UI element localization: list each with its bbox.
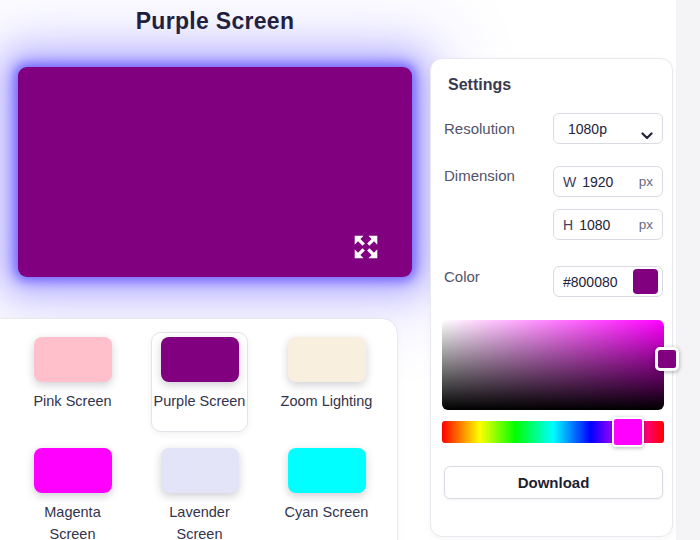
color-preview-screen[interactable] bbox=[18, 67, 412, 277]
resolution-select[interactable]: 1080p bbox=[554, 114, 662, 143]
download-button[interactable]: Download bbox=[444, 466, 663, 499]
height-unit: px bbox=[639, 217, 653, 232]
screen-option-label: Zoom Lighting bbox=[281, 391, 373, 413]
color-swatch[interactable] bbox=[633, 269, 658, 294]
dimension-label: Dimension bbox=[444, 167, 515, 184]
color-field-box bbox=[553, 266, 663, 297]
screen-option-zoom-lighting[interactable]: Zoom Lighting bbox=[278, 332, 375, 432]
screen-option-label: Cyan Screen bbox=[281, 502, 373, 524]
height-field-box: H px bbox=[553, 209, 663, 240]
resolution-label: Resolution bbox=[444, 120, 515, 137]
screen-option-label: Purple Screen bbox=[154, 391, 246, 413]
screen-color-swatch bbox=[34, 448, 112, 493]
screen-option-lavender-screen[interactable]: Lavender Screen bbox=[151, 443, 248, 540]
screen-option-label: Lavender Screen bbox=[154, 502, 246, 540]
screen-color-swatch bbox=[288, 337, 366, 382]
saturation-handle[interactable] bbox=[655, 347, 679, 371]
resolution-select-wrap: 1080p bbox=[553, 113, 663, 144]
screen-options-card: Pink ScreenPurple ScreenZoom LightingMag… bbox=[0, 318, 398, 540]
screens-grid: Pink ScreenPurple ScreenZoom LightingMag… bbox=[0, 319, 397, 540]
screen-option-cyan-screen[interactable]: Cyan Screen bbox=[278, 443, 375, 540]
screen-option-label: Pink Screen bbox=[27, 391, 119, 413]
hue-handle[interactable] bbox=[612, 417, 644, 447]
screen-color-swatch bbox=[161, 448, 239, 493]
color-label: Color bbox=[444, 268, 480, 285]
screen-option-magenta-screen[interactable]: Magenta Screen bbox=[24, 443, 121, 540]
width-prefix: W bbox=[563, 174, 576, 190]
width-unit: px bbox=[639, 174, 653, 189]
width-field-box: W px bbox=[553, 166, 663, 197]
right-gutter bbox=[676, 0, 700, 540]
page: Purple Screen Pink ScreenPurple ScreenZo… bbox=[0, 0, 700, 540]
screen-option-label: Magenta Screen bbox=[27, 502, 119, 540]
hex-color-input[interactable] bbox=[563, 274, 633, 290]
page-title: Purple Screen bbox=[0, 8, 430, 35]
screen-color-swatch bbox=[288, 448, 366, 493]
screen-option-pink-screen[interactable]: Pink Screen bbox=[24, 332, 121, 432]
settings-panel: Settings Resolution 1080p Dimension W px… bbox=[430, 58, 673, 537]
height-prefix: H bbox=[563, 217, 573, 233]
screen-option-purple-screen[interactable]: Purple Screen bbox=[151, 332, 248, 432]
screen-color-swatch bbox=[34, 337, 112, 382]
screen-color-swatch bbox=[161, 337, 239, 382]
fullscreen-button[interactable] bbox=[350, 231, 382, 263]
expand-arrows-icon bbox=[350, 231, 382, 263]
width-input[interactable] bbox=[582, 174, 639, 190]
settings-heading: Settings bbox=[448, 76, 511, 94]
height-input[interactable] bbox=[579, 217, 639, 233]
saturation-area[interactable] bbox=[442, 320, 664, 410]
